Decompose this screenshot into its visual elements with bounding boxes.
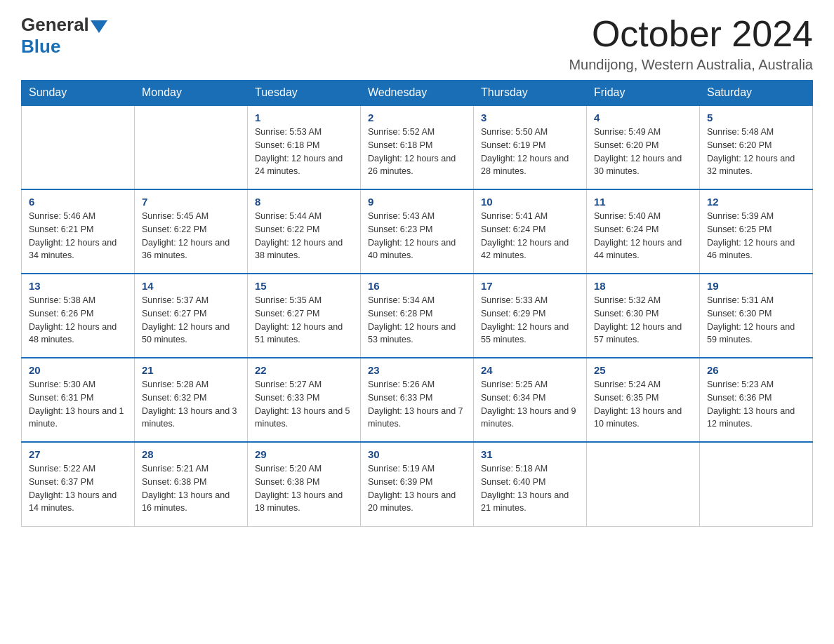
table-row: 5Sunrise: 5:48 AMSunset: 6:20 PMDaylight… bbox=[700, 105, 813, 189]
table-row: 25Sunrise: 5:24 AMSunset: 6:35 PMDayligh… bbox=[587, 358, 700, 442]
day-number: 4 bbox=[594, 112, 692, 123]
day-number: 23 bbox=[368, 364, 466, 376]
day-number: 6 bbox=[29, 196, 127, 208]
day-info: Sunrise: 5:32 AMSunset: 6:30 PMDaylight:… bbox=[594, 294, 692, 347]
header-monday: Monday bbox=[135, 81, 248, 106]
table-row: 27Sunrise: 5:22 AMSunset: 6:37 PMDayligh… bbox=[22, 442, 135, 526]
calendar-week-row: 6Sunrise: 5:46 AMSunset: 6:21 PMDaylight… bbox=[22, 189, 813, 274]
table-row bbox=[135, 105, 248, 189]
day-info: Sunrise: 5:35 AMSunset: 6:27 PMDaylight:… bbox=[255, 294, 353, 347]
logo: General Blue bbox=[21, 14, 107, 58]
day-number: 8 bbox=[255, 196, 353, 208]
day-number: 26 bbox=[707, 364, 805, 376]
day-number: 10 bbox=[481, 196, 579, 208]
day-info: Sunrise: 5:43 AMSunset: 6:23 PMDaylight:… bbox=[368, 210, 466, 262]
table-row: 19Sunrise: 5:31 AMSunset: 6:30 PMDayligh… bbox=[700, 274, 813, 358]
table-row: 31Sunrise: 5:18 AMSunset: 6:40 PMDayligh… bbox=[474, 442, 587, 526]
table-row: 24Sunrise: 5:25 AMSunset: 6:34 PMDayligh… bbox=[474, 358, 587, 442]
table-row: 26Sunrise: 5:23 AMSunset: 6:36 PMDayligh… bbox=[700, 358, 813, 442]
logo-general-text: General bbox=[21, 14, 89, 36]
day-info: Sunrise: 5:34 AMSunset: 6:28 PMDaylight:… bbox=[368, 294, 466, 347]
day-number: 7 bbox=[142, 196, 240, 208]
day-info: Sunrise: 5:41 AMSunset: 6:24 PMDaylight:… bbox=[481, 210, 579, 262]
calendar-week-row: 20Sunrise: 5:30 AMSunset: 6:31 PMDayligh… bbox=[22, 358, 813, 442]
day-info: Sunrise: 5:49 AMSunset: 6:20 PMDaylight:… bbox=[594, 126, 692, 178]
day-info: Sunrise: 5:20 AMSunset: 6:38 PMDaylight:… bbox=[255, 462, 353, 515]
table-row: 7Sunrise: 5:45 AMSunset: 6:22 PMDaylight… bbox=[135, 189, 248, 274]
day-info: Sunrise: 5:24 AMSunset: 6:35 PMDaylight:… bbox=[594, 378, 692, 431]
day-info: Sunrise: 5:44 AMSunset: 6:22 PMDaylight:… bbox=[255, 210, 353, 262]
day-number: 28 bbox=[142, 448, 240, 460]
header-tuesday: Tuesday bbox=[248, 81, 361, 106]
page-header: General Blue October 2024 Mundijong, Wes… bbox=[21, 14, 813, 73]
table-row: 20Sunrise: 5:30 AMSunset: 6:31 PMDayligh… bbox=[22, 358, 135, 442]
table-row: 1Sunrise: 5:53 AMSunset: 6:18 PMDaylight… bbox=[248, 105, 361, 189]
table-row: 18Sunrise: 5:32 AMSunset: 6:30 PMDayligh… bbox=[587, 274, 700, 358]
header-saturday: Saturday bbox=[700, 81, 813, 106]
day-number: 12 bbox=[707, 196, 805, 208]
day-info: Sunrise: 5:46 AMSunset: 6:21 PMDaylight:… bbox=[29, 210, 127, 262]
logo-triangle-icon bbox=[91, 20, 107, 33]
day-info: Sunrise: 5:53 AMSunset: 6:18 PMDaylight:… bbox=[255, 126, 353, 178]
table-row: 6Sunrise: 5:46 AMSunset: 6:21 PMDaylight… bbox=[22, 189, 135, 274]
table-row: 21Sunrise: 5:28 AMSunset: 6:32 PMDayligh… bbox=[135, 358, 248, 442]
calendar-week-row: 13Sunrise: 5:38 AMSunset: 6:26 PMDayligh… bbox=[22, 274, 813, 358]
day-number: 13 bbox=[29, 280, 127, 292]
calendar-week-row: 1Sunrise: 5:53 AMSunset: 6:18 PMDaylight… bbox=[22, 105, 813, 189]
table-row: 16Sunrise: 5:34 AMSunset: 6:28 PMDayligh… bbox=[361, 274, 474, 358]
day-info: Sunrise: 5:30 AMSunset: 6:31 PMDaylight:… bbox=[29, 378, 127, 431]
day-info: Sunrise: 5:48 AMSunset: 6:20 PMDaylight:… bbox=[707, 126, 805, 178]
table-row: 22Sunrise: 5:27 AMSunset: 6:33 PMDayligh… bbox=[248, 358, 361, 442]
day-info: Sunrise: 5:21 AMSunset: 6:38 PMDaylight:… bbox=[142, 462, 240, 515]
day-number: 16 bbox=[368, 280, 466, 292]
calendar-week-row: 27Sunrise: 5:22 AMSunset: 6:37 PMDayligh… bbox=[22, 442, 813, 526]
header-sunday: Sunday bbox=[22, 81, 135, 106]
table-row: 28Sunrise: 5:21 AMSunset: 6:38 PMDayligh… bbox=[135, 442, 248, 526]
day-number: 17 bbox=[481, 280, 579, 292]
day-info: Sunrise: 5:39 AMSunset: 6:25 PMDaylight:… bbox=[707, 210, 805, 262]
logo-blue-text: Blue bbox=[21, 36, 107, 58]
day-number: 11 bbox=[594, 196, 692, 208]
day-info: Sunrise: 5:25 AMSunset: 6:34 PMDaylight:… bbox=[481, 378, 579, 431]
day-info: Sunrise: 5:18 AMSunset: 6:40 PMDaylight:… bbox=[481, 462, 579, 515]
table-row: 2Sunrise: 5:52 AMSunset: 6:18 PMDaylight… bbox=[361, 105, 474, 189]
day-number: 19 bbox=[707, 280, 805, 292]
day-number: 5 bbox=[707, 112, 805, 123]
header-thursday: Thursday bbox=[474, 81, 587, 106]
day-info: Sunrise: 5:45 AMSunset: 6:22 PMDaylight:… bbox=[142, 210, 240, 262]
table-row: 12Sunrise: 5:39 AMSunset: 6:25 PMDayligh… bbox=[700, 189, 813, 274]
table-row: 4Sunrise: 5:49 AMSunset: 6:20 PMDaylight… bbox=[587, 105, 700, 189]
day-info: Sunrise: 5:19 AMSunset: 6:39 PMDaylight:… bbox=[368, 462, 466, 515]
table-row: 15Sunrise: 5:35 AMSunset: 6:27 PMDayligh… bbox=[248, 274, 361, 358]
day-info: Sunrise: 5:52 AMSunset: 6:18 PMDaylight:… bbox=[368, 126, 466, 178]
day-number: 22 bbox=[255, 364, 353, 376]
day-number: 15 bbox=[255, 280, 353, 292]
day-number: 25 bbox=[594, 364, 692, 376]
table-row: 11Sunrise: 5:40 AMSunset: 6:24 PMDayligh… bbox=[587, 189, 700, 274]
day-info: Sunrise: 5:31 AMSunset: 6:30 PMDaylight:… bbox=[707, 294, 805, 347]
table-row: 8Sunrise: 5:44 AMSunset: 6:22 PMDaylight… bbox=[248, 189, 361, 274]
day-info: Sunrise: 5:22 AMSunset: 6:37 PMDaylight:… bbox=[29, 462, 127, 515]
header-wednesday: Wednesday bbox=[361, 81, 474, 106]
table-row bbox=[22, 105, 135, 189]
day-number: 9 bbox=[368, 196, 466, 208]
day-info: Sunrise: 5:33 AMSunset: 6:29 PMDaylight:… bbox=[481, 294, 579, 347]
day-info: Sunrise: 5:27 AMSunset: 6:33 PMDaylight:… bbox=[255, 378, 353, 431]
table-row: 29Sunrise: 5:20 AMSunset: 6:38 PMDayligh… bbox=[248, 442, 361, 526]
location-subtitle: Mundijong, Western Australia, Australia bbox=[569, 57, 813, 73]
day-number: 21 bbox=[142, 364, 240, 376]
day-number: 18 bbox=[594, 280, 692, 292]
day-number: 3 bbox=[481, 112, 579, 123]
calendar-table: Sunday Monday Tuesday Wednesday Thursday… bbox=[21, 80, 813, 527]
day-info: Sunrise: 5:38 AMSunset: 6:26 PMDaylight:… bbox=[29, 294, 127, 347]
table-row bbox=[587, 442, 700, 526]
day-info: Sunrise: 5:26 AMSunset: 6:33 PMDaylight:… bbox=[368, 378, 466, 431]
month-year-title: October 2024 bbox=[569, 14, 813, 54]
day-number: 24 bbox=[481, 364, 579, 376]
day-number: 20 bbox=[29, 364, 127, 376]
table-row: 3Sunrise: 5:50 AMSunset: 6:19 PMDaylight… bbox=[474, 105, 587, 189]
table-row: 13Sunrise: 5:38 AMSunset: 6:26 PMDayligh… bbox=[22, 274, 135, 358]
title-section: October 2024 Mundijong, Western Australi… bbox=[569, 14, 813, 73]
day-info: Sunrise: 5:37 AMSunset: 6:27 PMDaylight:… bbox=[142, 294, 240, 347]
day-number: 1 bbox=[255, 112, 353, 123]
